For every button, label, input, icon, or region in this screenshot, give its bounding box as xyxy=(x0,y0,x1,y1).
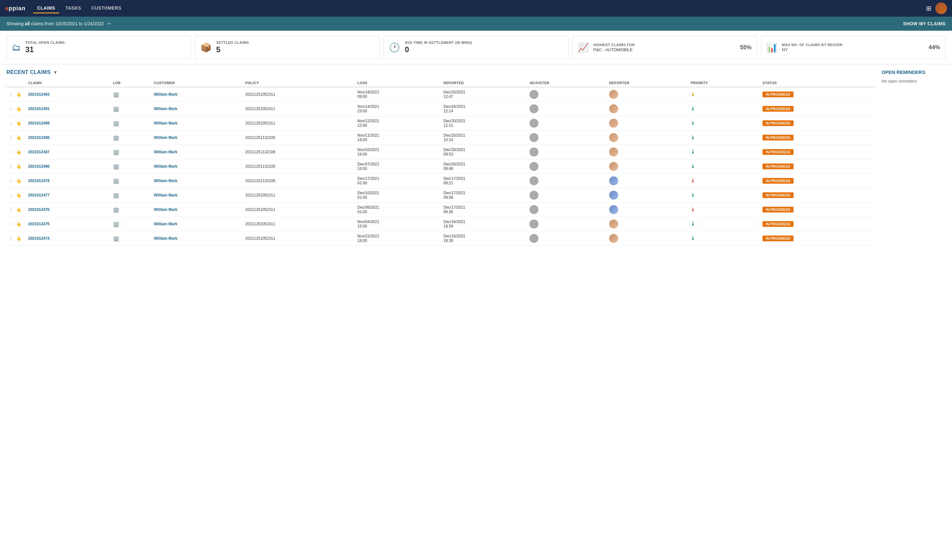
sidebar-section: OPEN REMINDERS No open reminders xyxy=(875,69,946,560)
claim-id: 2021012489 xyxy=(26,116,110,131)
status-badge: IN PROGRESS xyxy=(762,192,793,198)
assign-icon[interactable]: 👆 xyxy=(16,150,22,154)
table-row: ☆ 👆 2021012476 🏢 William Mark 2021125105… xyxy=(6,202,875,217)
assign-icon[interactable]: 👆 xyxy=(16,120,22,126)
priority-indicator: 🌡 xyxy=(691,135,695,140)
customer-link[interactable]: William Mark xyxy=(154,179,177,183)
customer-link[interactable]: William Mark xyxy=(154,236,177,241)
claim-link[interactable]: 2021012476 xyxy=(28,207,49,212)
adjuster-avatar xyxy=(527,131,607,145)
row-actions: ☆ 👆 xyxy=(6,159,26,174)
assign-icon[interactable]: 👆 xyxy=(16,207,22,212)
star-icon[interactable]: ☆ xyxy=(9,164,13,169)
star-icon[interactable]: ☆ xyxy=(9,135,13,140)
lob: 🏢 xyxy=(110,145,151,159)
show-my-claims-button[interactable]: SHOW MY CLAIMS xyxy=(903,21,946,26)
customer-link[interactable]: William Mark xyxy=(154,92,177,97)
customer-link[interactable]: William Mark xyxy=(154,207,177,212)
customer-name: William Mark xyxy=(151,202,243,217)
filter-text: Showing all claims from 10/25/2021 to 1/… xyxy=(6,21,111,26)
claim-link[interactable]: 2021012488 xyxy=(28,135,49,140)
star-icon[interactable]: ☆ xyxy=(9,236,13,241)
table-row: ☆ 👆 2021012487 🏢 William Mark 2021125113… xyxy=(6,145,875,159)
claim-link[interactable]: 2021012491 xyxy=(28,106,49,111)
table-row: ☆ 👆 2021012477 🏢 William Mark 2021125105… xyxy=(6,188,875,202)
customer-link[interactable]: William Mark xyxy=(154,222,177,226)
claim-link[interactable]: 2021012487 xyxy=(28,150,49,154)
assign-icon[interactable]: 👆 xyxy=(16,92,22,97)
row-actions: ☆ 👆 xyxy=(6,145,26,159)
col-customer: CUSTOMER xyxy=(151,79,243,87)
settled-label: SETTLED CLAIMS xyxy=(216,41,374,45)
customer-link[interactable]: William Mark xyxy=(154,135,177,140)
assign-icon[interactable]: 👆 xyxy=(16,236,22,241)
nav-tasks[interactable]: TASKS xyxy=(62,3,85,14)
claim-link[interactable]: 2021012477 xyxy=(28,193,49,197)
star-icon[interactable]: ☆ xyxy=(9,193,13,198)
star-icon[interactable]: ☆ xyxy=(9,92,13,97)
customer-link[interactable]: William Mark xyxy=(154,121,177,125)
edit-filter-icon[interactable]: ✏ xyxy=(108,21,111,26)
reporter-avatar xyxy=(607,188,688,202)
reported-date: Dec/20/202109:48 xyxy=(441,159,527,174)
assign-icon[interactable]: 👆 xyxy=(16,178,22,184)
customer-link[interactable]: William Mark xyxy=(154,150,177,154)
adjuster-icon xyxy=(530,219,538,228)
appian-logo: appian xyxy=(5,5,26,12)
reporter-icon xyxy=(609,234,618,243)
star-icon[interactable]: ☆ xyxy=(9,221,13,227)
assign-icon[interactable]: 👆 xyxy=(16,106,22,111)
claim-link[interactable]: 2021012493 xyxy=(28,92,49,97)
nav-claims[interactable]: CLAIMS xyxy=(33,3,59,14)
reported-date: Dec/17/202106:26 xyxy=(441,202,527,217)
table-row: ☆ 👆 2021012488 🏢 William Mark 2021125113… xyxy=(6,131,875,145)
customer-link[interactable]: William Mark xyxy=(154,193,177,197)
reporter-icon xyxy=(609,191,618,200)
loss-date: Nov/12/202112:00 xyxy=(355,116,441,131)
assign-icon[interactable]: 👆 xyxy=(16,164,22,169)
claim-link[interactable]: 2021012489 xyxy=(28,121,49,125)
claims-section: RECENT CLAIMS ▼ CLAIM# LOB CUSTOMER POLI… xyxy=(6,69,875,560)
lob: 🏢 xyxy=(110,202,151,217)
policy-number: 20211251052311 xyxy=(243,231,355,246)
policy-number: 20211251052311 xyxy=(243,188,355,202)
assign-icon[interactable]: 👆 xyxy=(16,221,22,227)
lob: 🏢 xyxy=(110,87,151,102)
adjuster-avatar xyxy=(527,231,607,246)
customer-link[interactable]: William Mark xyxy=(154,106,177,111)
policy-number: 20211251052311 xyxy=(243,87,355,102)
nav-customers[interactable]: CUSTOMERS xyxy=(88,3,125,14)
adjuster-avatar xyxy=(527,159,607,174)
highest-claims-icon: 📈 xyxy=(578,42,589,53)
claim-link[interactable]: 2021012475 xyxy=(28,222,49,226)
user-avatar[interactable] xyxy=(935,3,947,14)
assign-icon[interactable]: 👆 xyxy=(16,193,22,198)
policy-number: 20211251052311 xyxy=(243,202,355,217)
star-icon[interactable]: ☆ xyxy=(9,150,13,154)
priority-cell: 🌡 xyxy=(688,131,760,145)
star-icon[interactable]: ☆ xyxy=(9,178,13,184)
claim-id: 2021012475 xyxy=(26,217,110,231)
reporter-icon xyxy=(609,90,618,99)
reported-date: Dec/17/202108:21 xyxy=(441,174,527,188)
reporter-avatar xyxy=(607,145,688,159)
priority-indicator: 🌡 xyxy=(691,221,695,227)
reported-date: Dec/20/202112:14 xyxy=(441,102,527,116)
reporter-avatar xyxy=(607,231,688,246)
status-badge: IN PROGRESS xyxy=(762,178,793,184)
star-icon[interactable]: ☆ xyxy=(9,207,13,212)
filter-icon[interactable]: ▼ xyxy=(53,70,58,75)
customer-link[interactable]: William Mark xyxy=(154,164,177,169)
grid-icon[interactable]: ⊞ xyxy=(926,5,932,12)
claim-link[interactable]: 2021012474 xyxy=(28,236,49,241)
reporter-icon xyxy=(609,162,618,171)
star-icon[interactable]: ☆ xyxy=(9,120,13,126)
lob-icon: 🏢 xyxy=(113,120,119,126)
claim-link[interactable]: 2021012486 xyxy=(28,164,49,169)
star-icon[interactable]: ☆ xyxy=(9,106,13,111)
claim-link[interactable]: 2021012478 xyxy=(28,179,49,183)
claim-id: 2021012478 xyxy=(26,174,110,188)
loss-date: Dec/06/202101:00 xyxy=(355,202,441,217)
settled-value: 5 xyxy=(216,45,374,54)
assign-icon[interactable]: 👆 xyxy=(16,135,22,140)
